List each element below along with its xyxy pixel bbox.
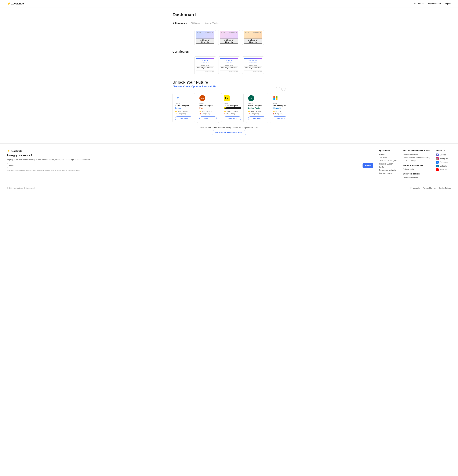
social-discord[interactable]: 💬 Discord — [436, 153, 451, 156]
badge-card-pink: #12345 xccelerate.co in Share on LinkedI… — [218, 30, 240, 45]
footer-courses: Full-Time Immersive Courses Web Developm… — [403, 150, 430, 180]
badge-item: #12345 xccelerate.co in Share on LinkedI… — [218, 30, 240, 45]
arrow-icon-5: › — [284, 118, 285, 119]
jobs-row: G Design UX/UI Designer Google 💳 $70k - … — [173, 93, 285, 123]
footer: ⚡ Xccelerate Hungry for more? Sign up to… — [0, 143, 458, 193]
job-location-2: 📍 Hong Kong — [200, 113, 217, 115]
all-courses-link[interactable]: All Courses — [414, 2, 424, 5]
share-linkedin-btn-1[interactable]: in Share on LinkedIn — [196, 39, 214, 43]
social-facebook[interactable]: f Facebook — [436, 161, 451, 164]
footer-top: ⚡ Xccelerate Hungry for more? Sign up to… — [7, 150, 451, 180]
unlock-section: Unlock Your Future Discover Career Oppor… — [173, 80, 285, 88]
job-company-5: Microsoft — [273, 107, 285, 109]
badge-item: #12345 xccelerate.co in Share on LinkedI… — [194, 30, 216, 45]
footer-link-faqs[interactable]: FAQs — [379, 166, 397, 168]
social-instagram[interactable]: 📷 Instagram — [436, 157, 451, 160]
brand-name: Xccelerate — [11, 2, 24, 5]
sign-in-link[interactable]: Sign in — [445, 2, 451, 5]
cert-sig-3: ——— — [244, 71, 247, 72]
badge-site-1: xccelerate.co — [205, 32, 213, 34]
location-icon-4: 📍 — [248, 113, 250, 115]
badge-top-blue: #12345 xccelerate.co — [196, 31, 214, 39]
footer-link-cybersecurity[interactable]: Cybersecurity — [403, 168, 430, 170]
footer-link-data-science[interactable]: Data Science & Machine Learning — [403, 157, 430, 159]
job-category-2: Design — [200, 103, 217, 104]
job-cta-text: Don't let your dream job pass you by - c… — [173, 127, 285, 129]
pwc-logo: pwc — [200, 95, 205, 101]
job-cta: Don't let your dream job pass you by - c… — [173, 127, 285, 135]
tab-achievements[interactable]: Achievements — [173, 21, 187, 26]
cert-footer-3: ——— 24th September, 2021 — [244, 70, 262, 72]
cathay-logo-wrapper: ✈ — [248, 95, 254, 101]
terms-link[interactable]: Terms of Service — [424, 187, 436, 189]
job-company-2: Pwc — [200, 107, 217, 109]
footer-link-web-dev[interactable]: Web Development — [403, 153, 430, 156]
cert-course-2: Solana Web3 Product Developer Course — [220, 67, 238, 69]
job-card-ey: EY Design UX/UI Designer EY 💳 $90k - $12… — [221, 93, 244, 123]
footer-link-course-quiz[interactable]: Take our Course Quiz — [379, 160, 397, 162]
carousel-prev-btn[interactable]: ‹ — [276, 87, 280, 91]
view-job-btn-4[interactable]: View Job › — [248, 117, 266, 120]
carousel-next-btn[interactable]: › — [281, 87, 285, 91]
footer-legal: By subscribing you agree to with our Pri… — [7, 170, 373, 172]
certificates-row: CERTIFICATE OF COMPLETION [Student Name]… — [173, 56, 285, 74]
view-job-btn-2[interactable]: View Job › — [200, 117, 217, 120]
job-salary-5: 💳 $100k+ — [273, 110, 285, 112]
share-btn-label-3: Share on LinkedIn — [249, 39, 258, 43]
footer-bottom-links: Privacy policy Terms of Service Cookies … — [410, 187, 451, 189]
privacy-policy-link[interactable]: Privacy policy — [410, 187, 420, 189]
job-salary-4: 💳 $50k - $70k/yr — [248, 110, 266, 112]
microsoft-logo-wrapper — [273, 95, 279, 101]
job-location-4: 📍 Hong Kong — [248, 113, 266, 115]
job-category-1: Design — [175, 103, 192, 104]
tab-bar: Achievements Skill Graph Course Tracker — [173, 21, 285, 26]
cert-header-2: CERTIFICATE — [220, 60, 238, 61]
view-job-btn-5[interactable]: View Job › — [273, 117, 285, 120]
ey-logo-wrapper: EY — [224, 95, 230, 101]
footer-hungry-title: Hungry for more? — [7, 154, 373, 157]
view-job-btn-3[interactable]: View Job › — [224, 117, 241, 120]
jobs-carousel: ‹ › G Design UX/UI Designer Google 💳 $70… — [173, 93, 285, 123]
job-location-3: 📍 Hong Kong — [224, 113, 241, 115]
footer-submit-btn[interactable]: Submit — [363, 163, 373, 168]
footer-link-businesses[interactable]: For Businesses — [379, 172, 397, 174]
job-company-1: Google — [175, 107, 192, 109]
footer-link-events[interactable]: Events — [379, 153, 397, 156]
job-title-4: UX/UI Designer — [248, 105, 266, 107]
footer-link-ux-ui[interactable]: UX & UI Design — [403, 160, 430, 162]
social-linkedin[interactable]: in LinkedIn — [436, 165, 451, 167]
view-job-btn-1[interactable]: View Job › — [175, 117, 192, 120]
see-more-jobs-btn[interactable]: See more on Xccelerate Jobs › — [212, 130, 246, 135]
job-card-cathay: ✈ Design UX/UI Designer Cathay Pacific 💳… — [246, 93, 268, 123]
cert-sig-1: ——— — [196, 71, 199, 72]
cert-sig-2: ——— — [220, 71, 223, 72]
share-linkedin-btn-2[interactable]: in Share on LinkedIn — [220, 39, 238, 43]
tab-skill-graph[interactable]: Skill Graph — [191, 21, 201, 26]
share-linkedin-btn-3[interactable]: in Share on LinkedIn — [244, 39, 262, 43]
job-card-google: G Design UX/UI Designer Google 💳 $70k - … — [173, 93, 195, 123]
badge-item: #12345 xccelerate.co in Share on LinkedI… — [242, 30, 264, 45]
footer-link-instructor[interactable]: Become an Instructor — [379, 169, 397, 171]
social-youtube[interactable]: ▶ YouTube — [436, 168, 451, 171]
footer-link-job-board[interactable]: Job Board — [379, 157, 397, 159]
footer-quick-links: Quick Links Events Job Board Take our Co… — [379, 150, 397, 180]
footer-link-financial[interactable]: Financial Support — [379, 163, 397, 165]
footer-email-input[interactable] — [7, 163, 361, 168]
arrow-icon-3: › — [236, 118, 237, 119]
quick-links-title: Quick Links — [379, 150, 397, 152]
tab-course-tracker[interactable]: Course Tracker — [205, 21, 219, 26]
job-card-microsoft: Design UX/UI Designer Microsoft 💳 $100k+… — [270, 93, 285, 123]
cert-course-3: Solana Web3 Product Developer Course — [244, 67, 262, 69]
my-dashboard-link[interactable]: My Dashboard — [428, 2, 441, 5]
cert-name-3: [Student Name] — [244, 64, 262, 67]
job-company-4: Cathay Pacific — [248, 107, 266, 109]
cookies-link[interactable]: Cookies Settings — [439, 187, 451, 189]
youtube-icon: ▶ — [436, 168, 439, 171]
badge-id-1: #12345 — [197, 32, 202, 34]
linkedin-icon-2: in — [224, 39, 225, 41]
job-title-3: UX/UI Designer — [224, 105, 241, 107]
footer-link-superflex-web[interactable]: Web Development — [403, 177, 430, 179]
job-company-3: EY — [224, 107, 241, 109]
brand-logo[interactable]: ⚡ Xccelerate — [7, 2, 24, 5]
linkedin-icon: in — [436, 165, 439, 167]
